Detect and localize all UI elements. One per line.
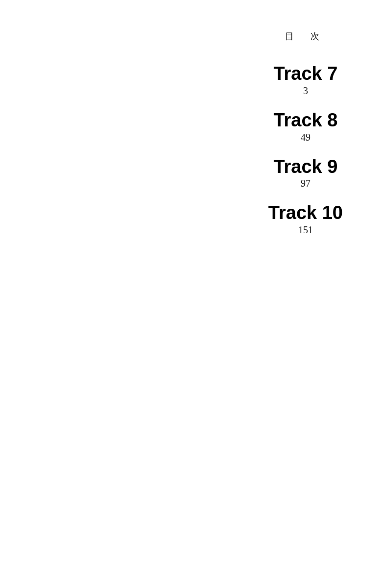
- track9-title: Track 9: [273, 157, 337, 177]
- toc-item-track10: Track 10 151: [268, 203, 343, 236]
- track10-title: Track 10: [268, 203, 343, 223]
- track8-page: 49: [301, 132, 310, 143]
- page-header-title: 目 次: [285, 30, 323, 42]
- track7-page: 3: [303, 85, 308, 97]
- track7-title: Track 7: [273, 64, 337, 84]
- page-container: 目 次 Track 7 3 Track 8 49 Track 9 97 Trac…: [0, 0, 382, 588]
- toc-item-track8: Track 8 49: [273, 110, 337, 143]
- track9-page: 97: [301, 178, 310, 189]
- toc-list: Track 7 3 Track 8 49 Track 9 97 Track 10…: [268, 64, 343, 249]
- track10-page: 151: [298, 224, 313, 236]
- toc-item-track9: Track 9 97: [273, 157, 337, 190]
- toc-item-track7: Track 7 3: [273, 64, 337, 97]
- track8-title: Track 8: [273, 110, 337, 131]
